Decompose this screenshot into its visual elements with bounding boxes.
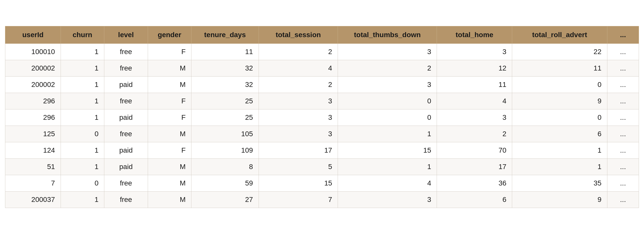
- cell-total_roll_advert: 9: [512, 192, 607, 208]
- cell-userId: 200002: [5, 60, 61, 77]
- cell-total_thumbs_down: 3: [338, 77, 437, 93]
- cell-userId: 296: [5, 109, 61, 126]
- cell-total_session: 3: [259, 109, 338, 126]
- cell-churn: 1: [61, 60, 104, 77]
- cell-total_home: 70: [437, 142, 512, 159]
- cell-more: ...: [607, 44, 639, 60]
- cell-level: free: [104, 60, 148, 77]
- header-churn: churn: [61, 26, 104, 44]
- cell-level: free: [104, 44, 148, 60]
- cell-total_home: 12: [437, 60, 512, 77]
- cell-gender: M: [148, 175, 191, 192]
- cell-more: ...: [607, 93, 639, 109]
- cell-userId: 51: [5, 159, 61, 175]
- header-userId: userId: [5, 26, 61, 44]
- cell-userId: 200002: [5, 77, 61, 93]
- cell-gender: M: [148, 77, 191, 93]
- cell-level: free: [104, 175, 148, 192]
- cell-userId: 100010: [5, 44, 61, 60]
- header-tenure-days: tenure_days: [191, 26, 259, 44]
- cell-gender: M: [148, 60, 191, 77]
- table-row: 2000371freeM277369...: [5, 192, 639, 208]
- cell-level: paid: [104, 159, 148, 175]
- cell-total_thumbs_down: 1: [338, 159, 437, 175]
- cell-gender: M: [148, 159, 191, 175]
- cell-total_home: 4: [437, 93, 512, 109]
- cell-userId: 200037: [5, 192, 61, 208]
- cell-churn: 1: [61, 109, 104, 126]
- cell-churn: 0: [61, 175, 104, 192]
- cell-total_session: 2: [259, 44, 338, 60]
- cell-total_roll_advert: 6: [512, 126, 607, 142]
- cell-total_session: 4: [259, 60, 338, 77]
- header-row: userId churn level gender tenure_days to…: [5, 26, 639, 44]
- cell-total_thumbs_down: 3: [338, 192, 437, 208]
- table-header: userId churn level gender tenure_days to…: [5, 26, 639, 44]
- header-total-session: total_session: [259, 26, 338, 44]
- data-table: userId churn level gender tenure_days to…: [5, 26, 639, 208]
- cell-tenure_days: 11: [191, 44, 259, 60]
- cell-more: ...: [607, 77, 639, 93]
- cell-userId: 296: [5, 93, 61, 109]
- table-body: 1000101freeF1123322...2000021freeM324212…: [5, 44, 639, 208]
- header-more: ...: [607, 26, 639, 44]
- cell-tenure_days: 8: [191, 159, 259, 175]
- cell-total_home: 11: [437, 77, 512, 93]
- cell-total_thumbs_down: 2: [338, 60, 437, 77]
- cell-total_thumbs_down: 4: [338, 175, 437, 192]
- cell-tenure_days: 59: [191, 175, 259, 192]
- cell-tenure_days: 32: [191, 77, 259, 93]
- cell-total_home: 3: [437, 109, 512, 126]
- cell-total_session: 5: [259, 159, 338, 175]
- cell-gender: F: [148, 93, 191, 109]
- cell-tenure_days: 27: [191, 192, 259, 208]
- cell-churn: 1: [61, 192, 104, 208]
- cell-churn: 1: [61, 142, 104, 159]
- table-row: 2000021freeM32421211...: [5, 60, 639, 77]
- cell-total_home: 17: [437, 159, 512, 175]
- cell-gender: M: [148, 192, 191, 208]
- table-row: 511paidM851171...: [5, 159, 639, 175]
- cell-total_roll_advert: 9: [512, 93, 607, 109]
- table-row: 2961paidF253030...: [5, 109, 639, 126]
- header-total-thumbs-down: total_thumbs_down: [338, 26, 437, 44]
- table-row: 2000021paidM3223110...: [5, 77, 639, 93]
- cell-total_home: 3: [437, 44, 512, 60]
- header-total-home: total_home: [437, 26, 512, 44]
- cell-more: ...: [607, 159, 639, 175]
- cell-level: free: [104, 93, 148, 109]
- cell-churn: 1: [61, 77, 104, 93]
- cell-total_roll_advert: 0: [512, 77, 607, 93]
- cell-userId: 125: [5, 126, 61, 142]
- header-level: level: [104, 26, 148, 44]
- cell-level: free: [104, 192, 148, 208]
- cell-more: ...: [607, 142, 639, 159]
- cell-total_session: 7: [259, 192, 338, 208]
- cell-total_session: 3: [259, 93, 338, 109]
- cell-tenure_days: 109: [191, 142, 259, 159]
- cell-total_roll_advert: 1: [512, 159, 607, 175]
- cell-total_roll_advert: 22: [512, 44, 607, 60]
- cell-total_thumbs_down: 15: [338, 142, 437, 159]
- table-row: 70freeM591543635...: [5, 175, 639, 192]
- table-row: 1250freeM1053126...: [5, 126, 639, 142]
- cell-total_thumbs_down: 0: [338, 93, 437, 109]
- header-total-roll-advert: total_roll_advert: [512, 26, 607, 44]
- cell-tenure_days: 25: [191, 93, 259, 109]
- cell-total_home: 6: [437, 192, 512, 208]
- cell-total_roll_advert: 11: [512, 60, 607, 77]
- cell-total_home: 36: [437, 175, 512, 192]
- cell-userId: 7: [5, 175, 61, 192]
- cell-total_thumbs_down: 1: [338, 126, 437, 142]
- cell-gender: F: [148, 142, 191, 159]
- cell-total_thumbs_down: 0: [338, 109, 437, 126]
- cell-total_session: 3: [259, 126, 338, 142]
- cell-total_roll_advert: 1: [512, 142, 607, 159]
- table-row: 1241paidF1091715701...: [5, 142, 639, 159]
- cell-gender: M: [148, 126, 191, 142]
- cell-level: paid: [104, 109, 148, 126]
- cell-churn: 1: [61, 93, 104, 109]
- cell-more: ...: [607, 126, 639, 142]
- cell-more: ...: [607, 192, 639, 208]
- data-table-container: userId churn level gender tenure_days to…: [5, 26, 639, 208]
